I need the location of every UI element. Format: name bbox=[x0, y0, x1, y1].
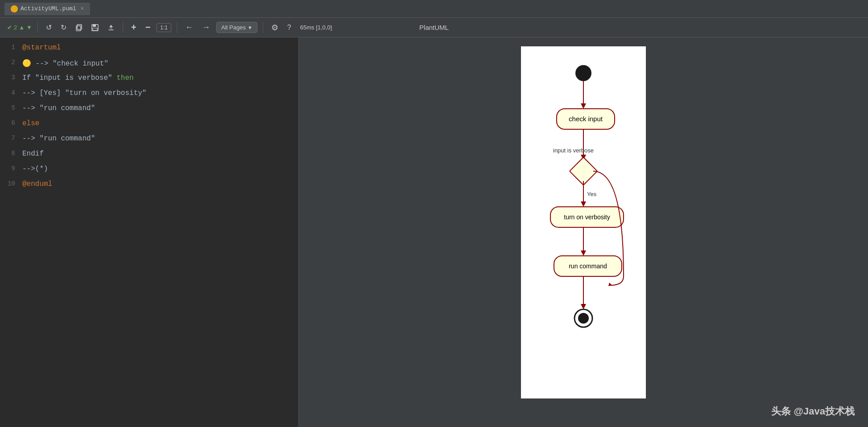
separator-1 bbox=[37, 22, 38, 33]
preview-panel[interactable]: check input input is verbose Yes turn on… bbox=[299, 37, 868, 427]
dropdown-icon: ▼ bbox=[248, 25, 252, 30]
reload-button[interactable]: ↻ bbox=[58, 21, 69, 33]
line-content-6: else bbox=[22, 118, 39, 127]
code-line-10: 10 @enduml bbox=[0, 177, 298, 193]
line-number-4: 4 bbox=[0, 87, 22, 96]
line-content-4: --> [Yes] "turn on verbosity" bbox=[22, 87, 146, 97]
zoom-in-button[interactable]: + bbox=[128, 21, 139, 34]
editor-panel[interactable]: 1 @startuml 2 🟡 --> "check input" 3 If "… bbox=[0, 37, 299, 427]
plantuml-title: PlantUML bbox=[419, 24, 449, 31]
all-pages-label: All Pages bbox=[221, 24, 246, 31]
code-line-9: 9 -->(*) bbox=[0, 162, 298, 177]
svg-rect-4 bbox=[93, 28, 97, 30]
title-bar: ActivityUML.puml × bbox=[0, 0, 868, 18]
nav-forward-button[interactable]: → bbox=[199, 21, 213, 34]
file-icon bbox=[11, 5, 18, 12]
line-number-3: 3 bbox=[0, 72, 22, 81]
refresh-button[interactable]: ↺ bbox=[43, 21, 54, 33]
line-number-7: 7 bbox=[0, 133, 22, 142]
zoom-out-button[interactable]: − bbox=[143, 21, 153, 34]
end-node-inner bbox=[578, 313, 589, 324]
line-number-1: 1 bbox=[0, 42, 22, 51]
code-line-6: 6 else bbox=[0, 117, 298, 132]
svg-marker-12 bbox=[581, 250, 586, 256]
separator-3 bbox=[177, 22, 177, 33]
line-number-8: 8 bbox=[0, 148, 22, 157]
turn-on-verbosity-label: turn on verbosity bbox=[564, 214, 610, 221]
diagram-container: check input input is verbose Yes turn on… bbox=[521, 46, 646, 398]
line-number-2: 2 bbox=[0, 57, 22, 66]
save-button[interactable] bbox=[89, 22, 101, 33]
tab-filename: ActivityUML.puml bbox=[21, 5, 76, 12]
run-command-label: run command bbox=[569, 263, 607, 270]
diagram-svg: check input input is verbose Yes turn on… bbox=[521, 55, 646, 385]
code-line-8: 8 Endif bbox=[0, 147, 298, 162]
yes-label: Yes bbox=[587, 191, 597, 197]
file-tab[interactable]: ActivityUML.puml × bbox=[4, 3, 90, 15]
check-icon: ✔ bbox=[7, 24, 12, 31]
svg-marker-15 bbox=[581, 304, 586, 309]
svg-marker-6 bbox=[581, 103, 586, 109]
line-number-5: 5 bbox=[0, 103, 22, 111]
nav-back-button[interactable]: ← bbox=[182, 21, 196, 34]
line-content-10: @enduml bbox=[22, 178, 52, 188]
line-content-2: 🟡 --> "check input" bbox=[22, 57, 108, 68]
code-line-5: 5 --> "run command" bbox=[0, 102, 298, 117]
line-content-7: --> "run command" bbox=[22, 133, 95, 143]
svg-marker-10 bbox=[581, 201, 586, 207]
check-input-label: check input bbox=[569, 115, 603, 123]
line-number-9: 9 bbox=[0, 163, 22, 172]
chevron-down-icon: ▼ bbox=[26, 24, 32, 31]
chevron-up-icon: ▲ bbox=[19, 24, 25, 31]
all-pages-button[interactable]: All Pages ▼ bbox=[216, 22, 257, 33]
start-node bbox=[575, 65, 591, 81]
check-status: ✔ 2 ▲ ▼ bbox=[7, 24, 32, 31]
code-line-4: 4 --> [Yes] "turn on verbosity" bbox=[0, 86, 298, 102]
ratio-button[interactable]: 1:1 bbox=[157, 23, 171, 32]
code-line-7: 7 --> "run command" bbox=[0, 132, 298, 147]
line-content-3: If "input is verbose" then bbox=[22, 72, 134, 82]
code-line-3: 3 If "input is verbose" then bbox=[0, 71, 298, 86]
toolbar: ✔ 2 ▲ ▼ PlantUML ↺ ↻ + − 1:1 ← → All Pag… bbox=[0, 18, 868, 37]
code-line-2: 2 🟡 --> "check input" bbox=[0, 56, 298, 71]
line-number-6: 6 bbox=[0, 118, 22, 127]
svg-rect-3 bbox=[93, 25, 96, 27]
decision-diamond bbox=[570, 157, 597, 185]
code-line-1: 1 @startuml bbox=[0, 41, 298, 56]
line-content-9: -->(*) bbox=[22, 163, 48, 173]
copy-button[interactable] bbox=[73, 22, 85, 33]
settings-button[interactable]: ⚙ bbox=[269, 21, 281, 34]
export-button[interactable] bbox=[105, 22, 117, 33]
timing-display: 65ms [1,0,0] bbox=[300, 24, 332, 31]
line-content-1: @startuml bbox=[22, 42, 61, 52]
check-count-value: 2 bbox=[14, 24, 17, 31]
help-button[interactable]: ? bbox=[285, 22, 294, 33]
line-number-10: 10 bbox=[0, 178, 22, 187]
condition-label: input is verbose bbox=[553, 147, 594, 154]
main-content: 1 @startuml 2 🟡 --> "check input" 3 If "… bbox=[0, 37, 868, 427]
separator-2 bbox=[123, 22, 123, 33]
tab-close-button[interactable]: × bbox=[81, 6, 84, 12]
line-content-8: Endif bbox=[22, 148, 44, 158]
separator-4 bbox=[263, 22, 263, 33]
line-content-5: --> "run command" bbox=[22, 103, 95, 112]
